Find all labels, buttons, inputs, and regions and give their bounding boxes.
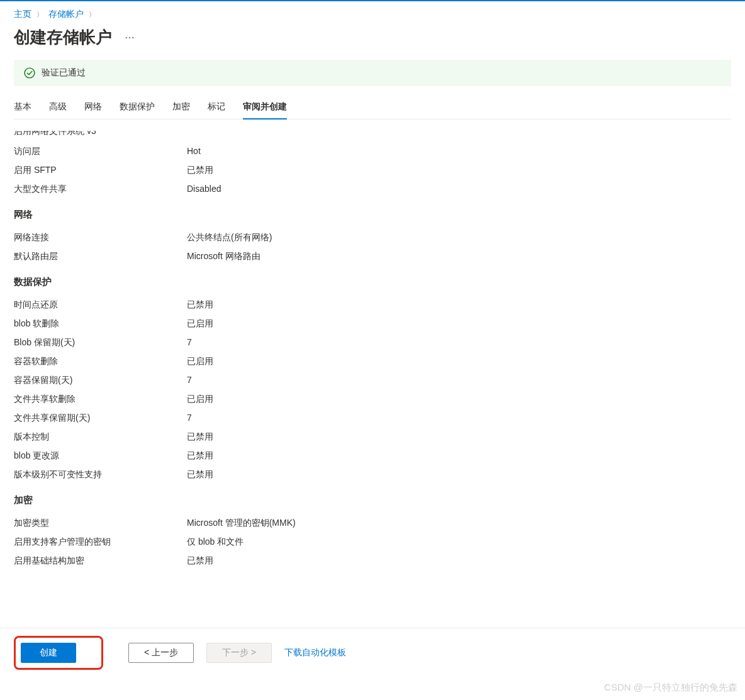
chevron-right-icon: 〉 bbox=[36, 10, 43, 19]
network-value: Microsoft 网络路由 bbox=[187, 251, 260, 262]
tabs: 基本高级网络数据保护加密标记审阅并创建 bbox=[14, 96, 731, 119]
create-button-highlight: 创建 bbox=[14, 636, 103, 670]
section-title-data-protection: 数据保护 bbox=[14, 276, 731, 288]
more-actions-icon[interactable]: ⋯ bbox=[125, 31, 135, 43]
footer: 创建 < 上一步 下一步 > 下载自动化模板 bbox=[0, 628, 745, 670]
check-circle-icon bbox=[24, 67, 35, 79]
data-protection-row: blob 更改源已禁用 bbox=[14, 450, 731, 462]
tab-0[interactable]: 基本 bbox=[14, 96, 31, 119]
data-protection-value: 已禁用 bbox=[187, 299, 213, 311]
section-title-encryption: 加密 bbox=[14, 494, 731, 506]
breadcrumb: 主页 〉 存储帐户 〉 bbox=[14, 9, 731, 20]
data-protection-label: 版本级别不可变性支持 bbox=[14, 469, 187, 481]
encryption-value: Microsoft 管理的密钥(MMK) bbox=[187, 518, 296, 529]
tab-3[interactable]: 数据保护 bbox=[120, 96, 155, 119]
validation-text: 验证已通过 bbox=[42, 67, 86, 79]
next-button: 下一步 > bbox=[206, 643, 272, 663]
network-row: 默认路由层Microsoft 网络路由 bbox=[14, 251, 731, 262]
encryption-value: 已禁用 bbox=[187, 555, 213, 567]
data-protection-value: 已禁用 bbox=[187, 450, 213, 462]
data-protection-row: 版本级别不可变性支持已禁用 bbox=[14, 469, 731, 481]
data-protection-row: 文件共享软删除已启用 bbox=[14, 394, 731, 405]
watermark: CSDN @一只特立独行的兔先森 bbox=[604, 682, 737, 694]
validation-banner: 验证已通过 bbox=[14, 60, 731, 86]
data-protection-label: Blob 保留期(天) bbox=[14, 337, 187, 348]
data-protection-label: blob 软删除 bbox=[14, 318, 187, 330]
encryption-row: 加密类型Microsoft 管理的密钥(MMK) bbox=[14, 518, 731, 529]
network-label: 网络连接 bbox=[14, 232, 187, 243]
encryption-label: 启用基础结构加密 bbox=[14, 555, 187, 567]
data-protection-row: 容器保留期(天)7 bbox=[14, 375, 731, 386]
data-protection-value: 已启用 bbox=[187, 318, 213, 330]
data-protection-value: 7 bbox=[187, 375, 192, 386]
tab-5[interactable]: 标记 bbox=[208, 96, 225, 119]
encryption-row: 启用支持客户管理的密钥仅 blob 和文件 bbox=[14, 536, 731, 548]
encryption-label: 加密类型 bbox=[14, 518, 187, 529]
download-template-link[interactable]: 下载自动化模板 bbox=[284, 647, 346, 658]
encryption-value: 仅 blob 和文件 bbox=[187, 536, 244, 548]
data-protection-row: 文件共享保留期(天)7 bbox=[14, 413, 731, 424]
data-protection-value: 已启用 bbox=[187, 394, 213, 405]
data-protection-row: 时间点还原已禁用 bbox=[14, 299, 731, 311]
data-protection-row: 容器软删除已启用 bbox=[14, 356, 731, 367]
data-protection-row: blob 软删除已启用 bbox=[14, 318, 731, 330]
breadcrumb-storage-accounts[interactable]: 存储帐户 bbox=[48, 9, 84, 20]
encryption-label: 启用支持客户管理的密钥 bbox=[14, 536, 187, 548]
cutoff-label: 启用网络文件系统 v3 bbox=[14, 131, 731, 137]
chevron-right-icon: 〉 bbox=[89, 10, 96, 19]
tab-6[interactable]: 审阅并创建 bbox=[243, 96, 287, 119]
data-protection-value: 7 bbox=[187, 413, 192, 424]
advanced-label: 启用 SFTP bbox=[14, 165, 187, 176]
advanced-row: 访问层Hot bbox=[14, 146, 731, 157]
data-protection-label: 文件共享保留期(天) bbox=[14, 413, 187, 424]
data-protection-label: 版本控制 bbox=[14, 431, 187, 443]
advanced-label: 大型文件共享 bbox=[14, 184, 187, 195]
advanced-value: 已禁用 bbox=[187, 165, 213, 176]
data-protection-label: 容器保留期(天) bbox=[14, 375, 187, 386]
network-label: 默认路由层 bbox=[14, 251, 187, 262]
data-protection-value: 7 bbox=[187, 337, 192, 348]
data-protection-label: 容器软删除 bbox=[14, 356, 187, 367]
data-protection-value: 已启用 bbox=[187, 356, 213, 367]
create-button[interactable]: 创建 bbox=[21, 643, 76, 663]
data-protection-value: 已禁用 bbox=[187, 431, 213, 443]
tab-1[interactable]: 高级 bbox=[49, 96, 67, 119]
data-protection-label: 文件共享软删除 bbox=[14, 394, 187, 405]
page-title: 创建存储帐户 bbox=[14, 26, 112, 48]
advanced-row: 大型文件共享Disabled bbox=[14, 184, 731, 195]
section-title-network: 网络 bbox=[14, 209, 731, 221]
tab-2[interactable]: 网络 bbox=[84, 96, 102, 119]
tab-4[interactable]: 加密 bbox=[172, 96, 190, 119]
breadcrumb-home[interactable]: 主页 bbox=[14, 9, 31, 20]
review-content: 启用网络文件系统 v3 访问层Hot启用 SFTP已禁用大型文件共享Disabl… bbox=[14, 131, 731, 609]
data-protection-row: 版本控制已禁用 bbox=[14, 431, 731, 443]
data-protection-label: 时间点还原 bbox=[14, 299, 187, 311]
advanced-label: 访问层 bbox=[14, 146, 187, 157]
previous-button[interactable]: < 上一步 bbox=[128, 643, 194, 663]
data-protection-row: Blob 保留期(天)7 bbox=[14, 337, 731, 348]
data-protection-value: 已禁用 bbox=[187, 469, 213, 481]
data-protection-label: blob 更改源 bbox=[14, 450, 187, 462]
advanced-value: Disabled bbox=[187, 184, 221, 195]
advanced-row: 启用 SFTP已禁用 bbox=[14, 165, 731, 176]
svg-point-0 bbox=[25, 68, 35, 78]
encryption-row: 启用基础结构加密已禁用 bbox=[14, 555, 731, 567]
network-value: 公共终结点(所有网络) bbox=[187, 232, 272, 243]
network-row: 网络连接公共终结点(所有网络) bbox=[14, 232, 731, 243]
advanced-value: Hot bbox=[187, 146, 201, 157]
